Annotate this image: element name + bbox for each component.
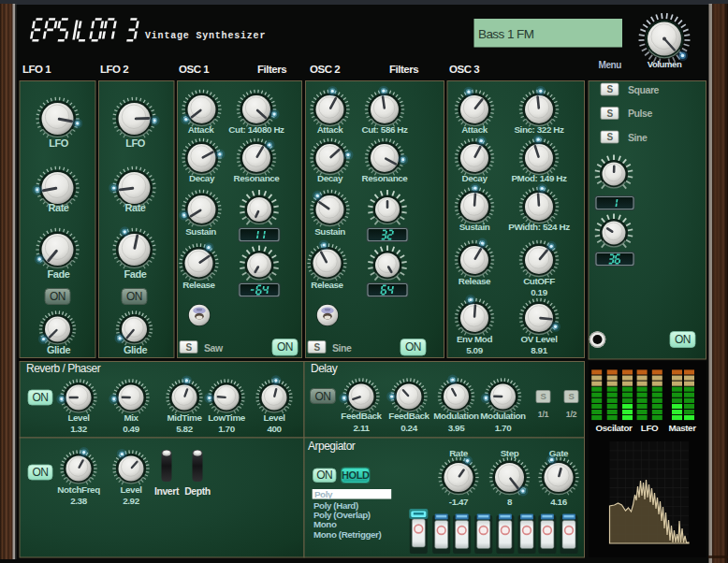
svg-text:Mono (Retrigger): Mono (Retrigger) bbox=[313, 529, 381, 540]
svg-text:Sustain: Sustain bbox=[314, 226, 345, 237]
svg-text:Rate: Rate bbox=[124, 202, 145, 213]
svg-text:LFO 2: LFO 2 bbox=[100, 64, 128, 75]
svg-text:MidTime: MidTime bbox=[167, 412, 203, 423]
svg-text:ON: ON bbox=[405, 340, 421, 354]
svg-text:Sustain: Sustain bbox=[459, 222, 490, 232]
svg-text:ON: ON bbox=[277, 340, 293, 354]
svg-text:0.49: 0.49 bbox=[123, 424, 139, 434]
svg-text:2.11: 2.11 bbox=[354, 423, 371, 433]
svg-text:400: 400 bbox=[267, 424, 282, 434]
svg-text:Saw: Saw bbox=[204, 342, 224, 354]
svg-text:Attack: Attack bbox=[317, 124, 344, 135]
svg-text:ON: ON bbox=[315, 390, 331, 403]
svg-text:Cut: 14080 Hz: Cut: 14080 Hz bbox=[228, 124, 284, 135]
svg-text:Release: Release bbox=[459, 276, 491, 286]
svg-text:Attack: Attack bbox=[188, 124, 215, 135]
svg-text:Vintage Synthesizer: Vintage Synthesizer bbox=[145, 31, 266, 41]
svg-text:Sine: Sine bbox=[332, 342, 352, 354]
svg-text:Square: Square bbox=[628, 84, 660, 95]
svg-text:Sine: Sine bbox=[628, 132, 648, 143]
svg-text:Pulse: Pulse bbox=[628, 108, 652, 119]
svg-text:-1.47: -1.47 bbox=[449, 497, 469, 507]
svg-text:Arpegiator: Arpegiator bbox=[308, 440, 356, 453]
svg-text:ON: ON bbox=[675, 333, 691, 346]
svg-text:ON: ON bbox=[33, 466, 49, 479]
svg-text:S: S bbox=[541, 391, 546, 401]
svg-text:Modulation: Modulation bbox=[433, 411, 479, 421]
svg-text:Level: Level bbox=[120, 484, 142, 495]
svg-text:Sustain: Sustain bbox=[185, 226, 216, 237]
svg-text:1.32: 1.32 bbox=[70, 424, 87, 434]
svg-text:Oscilator: Oscilator bbox=[596, 423, 633, 433]
svg-text:Decay: Decay bbox=[189, 173, 215, 183]
svg-text:OSC 2: OSC 2 bbox=[310, 64, 340, 75]
svg-text:Sinc: 322 Hz: Sinc: 322 Hz bbox=[514, 124, 564, 135]
svg-text:Mix: Mix bbox=[124, 412, 138, 423]
svg-text:Fade: Fade bbox=[124, 268, 147, 280]
svg-text:Glide: Glide bbox=[124, 344, 148, 355]
svg-text:S: S bbox=[569, 391, 575, 401]
svg-text:S: S bbox=[606, 108, 613, 119]
svg-text:Resonance: Resonance bbox=[234, 173, 281, 183]
svg-text:HOLD: HOLD bbox=[342, 469, 370, 481]
svg-text:0.19: 0.19 bbox=[531, 287, 547, 297]
svg-text:5.82: 5.82 bbox=[176, 424, 193, 434]
svg-text:LFO: LFO bbox=[125, 137, 146, 149]
svg-text:S: S bbox=[606, 84, 613, 94]
svg-text:Resonance: Resonance bbox=[362, 173, 409, 183]
svg-text:Master: Master bbox=[668, 423, 696, 433]
svg-text:Release: Release bbox=[311, 280, 343, 290]
svg-text:Level: Level bbox=[67, 412, 90, 423]
svg-text:Decay: Decay bbox=[317, 173, 343, 183]
svg-text:2.92: 2.92 bbox=[123, 496, 139, 506]
svg-text:Reverb / Phaser: Reverb / Phaser bbox=[26, 362, 101, 375]
svg-text:FeedBack: FeedBack bbox=[388, 411, 430, 421]
svg-text:LFO 1: LFO 1 bbox=[22, 64, 51, 75]
svg-text:OSC 3: OSC 3 bbox=[449, 64, 479, 75]
svg-text:Decay: Decay bbox=[462, 173, 488, 183]
svg-text:Rate: Rate bbox=[48, 202, 68, 213]
svg-text:S: S bbox=[313, 342, 320, 353]
svg-text:ON: ON bbox=[50, 290, 66, 303]
svg-text:4.16: 4.16 bbox=[550, 497, 567, 507]
svg-text:Cut: 586 Hz: Cut: 586 Hz bbox=[361, 124, 408, 135]
svg-text:OSC 1: OSC 1 bbox=[179, 64, 210, 75]
svg-text:1.70: 1.70 bbox=[495, 423, 512, 433]
svg-text:NotchFreq: NotchFreq bbox=[57, 484, 100, 495]
svg-text:ON: ON bbox=[316, 469, 332, 482]
svg-text:1/1: 1/1 bbox=[538, 410, 549, 419]
svg-text:Modulation: Modulation bbox=[480, 411, 526, 421]
svg-text:CutOFF: CutOFF bbox=[523, 276, 555, 286]
svg-text:Delay: Delay bbox=[311, 362, 338, 375]
svg-text:Menu: Menu bbox=[599, 60, 622, 70]
svg-text:8.91: 8.91 bbox=[531, 345, 547, 355]
svg-text:Level: Level bbox=[263, 412, 285, 423]
svg-text:Volumen: Volumen bbox=[648, 59, 682, 69]
svg-text:OV Level: OV Level bbox=[521, 334, 559, 344]
svg-text:S: S bbox=[606, 132, 613, 142]
svg-text:Env Mod: Env Mod bbox=[457, 334, 493, 344]
svg-text:S: S bbox=[185, 342, 192, 353]
svg-text:Attack: Attack bbox=[461, 124, 488, 135]
svg-text:Filters: Filters bbox=[257, 64, 286, 75]
svg-text:ON: ON bbox=[126, 290, 142, 303]
svg-text:Poly: Poly bbox=[314, 489, 333, 499]
svg-text:0.24: 0.24 bbox=[400, 423, 417, 433]
svg-text:FeedBack: FeedBack bbox=[341, 411, 382, 421]
svg-text:1.70: 1.70 bbox=[218, 424, 235, 434]
svg-text:ON: ON bbox=[33, 391, 49, 404]
svg-text:LowTime: LowTime bbox=[208, 412, 246, 423]
svg-text:PWidth: 524 Hz: PWidth: 524 Hz bbox=[508, 222, 570, 232]
svg-text:Filters: Filters bbox=[389, 64, 418, 75]
svg-text:LFO: LFO bbox=[49, 137, 69, 149]
svg-text:Step: Step bbox=[501, 448, 519, 458]
svg-text:Invert: Invert bbox=[154, 485, 180, 497]
svg-text:Release: Release bbox=[182, 280, 215, 290]
svg-text:PMod: 149 Hz: PMod: 149 Hz bbox=[511, 173, 567, 183]
svg-text:5.09: 5.09 bbox=[466, 345, 483, 355]
svg-text:Bass 1 FM: Bass 1 FM bbox=[478, 27, 534, 41]
svg-text:Fade: Fade bbox=[48, 268, 70, 280]
svg-text:2.38: 2.38 bbox=[70, 496, 87, 506]
svg-text:Depth: Depth bbox=[184, 485, 211, 497]
svg-text:3.95: 3.95 bbox=[448, 423, 465, 433]
